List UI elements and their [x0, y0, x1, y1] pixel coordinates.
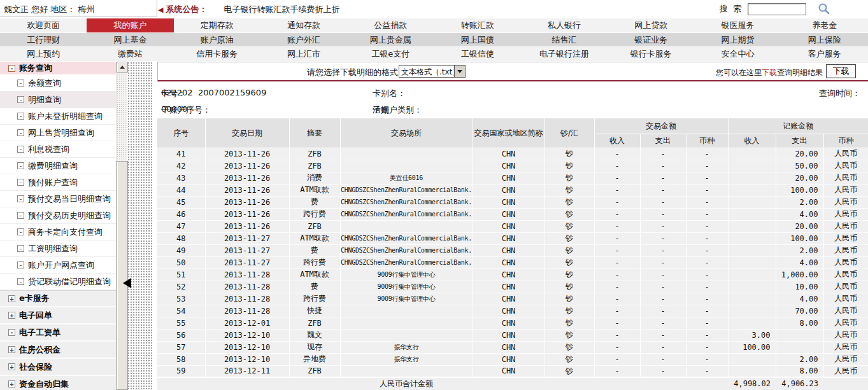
nav-item[interactable]: 养老金	[781, 18, 868, 32]
transaction-cell: 现存	[289, 341, 340, 353]
format-select[interactable]: 文本格式（.txt）	[399, 65, 466, 78]
announcement-text[interactable]: 电子银行转账汇款手续费折上折	[224, 4, 339, 14]
search-icon[interactable]	[818, 3, 830, 15]
nav-item[interactable]: 工银信使	[434, 47, 520, 61]
transaction-row: 442013-11-26ATM取款CHNGDSZCShenZhenRuralCo…	[157, 184, 868, 196]
transaction-cell: -	[594, 341, 640, 353]
expand-icon[interactable]: +	[8, 295, 15, 302]
transaction-cell: 人民币	[823, 365, 868, 377]
nav-item[interactable]: 银医服务	[694, 18, 781, 32]
sidebar-group[interactable]: +社会保险	[0, 359, 116, 376]
download-button[interactable]: 下载	[826, 64, 856, 78]
sidebar-group-label: 资金自动归集	[19, 379, 69, 390]
sidebar-item[interactable]: -账户开户网点查询	[0, 257, 116, 274]
transaction-cell: -	[686, 232, 728, 244]
transaction-cell: 消费	[289, 172, 340, 184]
sidebar-item[interactable]: -缴费明细查询	[0, 158, 116, 174]
nav-item[interactable]: 账户原油	[174, 33, 260, 46]
nav-item[interactable]: 欢迎页面	[0, 18, 87, 32]
transaction-cell: 振华支行	[340, 341, 473, 353]
nav-item[interactable]: 通知存款	[260, 18, 347, 32]
transaction-cell: CHN	[473, 148, 544, 160]
sidebar-item[interactable]: -网上售货明细查询	[0, 125, 116, 141]
transaction-cell: 50.00	[776, 160, 823, 172]
nav-item[interactable]: 银证业务	[608, 33, 694, 46]
sidebar-item[interactable]: -贷记联动借记明细查询	[0, 274, 116, 290]
sidebar-item[interactable]: -利息税查询	[0, 141, 116, 158]
scrollbar-thumb[interactable]	[117, 161, 128, 390]
sidebar-item[interactable]: -工资明细查询	[0, 240, 116, 257]
sidebar-item[interactable]: -预付账户查询	[0, 174, 116, 191]
transaction-cell: -	[686, 293, 728, 305]
transaction-cell: 费	[289, 244, 340, 256]
nav-item[interactable]: 定期存款	[174, 18, 260, 32]
transaction-cell: -	[686, 353, 728, 365]
transaction-cell: CHN	[473, 293, 544, 305]
sidebar-group[interactable]: +住房公积金	[0, 342, 116, 359]
expand-icon[interactable]: +	[8, 380, 15, 387]
sidebar-scrollbar[interactable]	[116, 62, 127, 390]
transaction-cell: 费	[289, 196, 340, 208]
sidebar-group[interactable]: -账务查询	[0, 62, 116, 75]
nav-item[interactable]: 我的账户	[87, 18, 173, 32]
sidebar-item[interactable]: -商务卡定向支付查询	[0, 224, 116, 240]
combo-dropdown-button[interactable]	[454, 66, 465, 77]
nav-item[interactable]: 工行理财	[0, 33, 87, 46]
nav-item[interactable]: 银行卡服务	[608, 47, 694, 61]
transaction-cell: 钞	[544, 244, 594, 256]
transaction-cell: 钞	[544, 208, 594, 220]
search-input[interactable]	[748, 3, 806, 15]
collapse-icon[interactable]: -	[8, 329, 15, 336]
sidebar-item[interactable]: -预付交易历史明细查询	[0, 207, 116, 224]
download-hint: 您可以在这里下载查询明细结果	[716, 67, 823, 78]
scrollbar-up-button[interactable]	[117, 62, 128, 73]
nav-item[interactable]: 网上保险	[781, 33, 868, 46]
nav-item[interactable]: 客户服务	[781, 47, 868, 61]
nav-item[interactable]: 网上贷款	[608, 18, 694, 32]
nav-item[interactable]: 网上贵金属	[347, 33, 434, 46]
transaction-cell: 42	[157, 160, 205, 172]
transaction-cell: CHN	[473, 317, 544, 329]
sidebar-item[interactable]: -余额查询	[0, 75, 116, 92]
sidebar-group[interactable]: +资金自动归集	[0, 376, 116, 390]
sidebar-item-label: 预付账户查询	[28, 177, 78, 188]
sidebar-item[interactable]: -账户未登折明细查询	[0, 108, 116, 125]
total-book-income: 4,998.02	[728, 377, 776, 390]
nav-item[interactable]: 网上期货	[694, 33, 781, 46]
nav-item[interactable]: 网上预约	[0, 47, 87, 61]
nav-item[interactable]: 网上国债	[434, 33, 520, 46]
sidebar-item[interactable]: -预付交易当日明细查询	[0, 191, 116, 207]
sidebar-group[interactable]: -电子工资单	[0, 324, 116, 342]
expand-icon[interactable]: +	[8, 312, 15, 319]
sidebar-item[interactable]: -明细查询	[0, 92, 116, 108]
nav-item[interactable]: 公益捐款	[347, 18, 434, 32]
sidebar-group[interactable]: +e卡服务	[0, 290, 116, 307]
download-hint-link[interactable]: 下载	[762, 68, 777, 77]
transaction-cell: CHN	[473, 220, 544, 232]
transaction-cell: 52	[157, 281, 205, 293]
nav-item[interactable]: 账户外汇	[260, 33, 347, 46]
nav-item[interactable]: 私人银行	[521, 18, 608, 32]
collapse-icon[interactable]: -	[8, 65, 15, 72]
chevron-down-icon	[457, 70, 462, 73]
nav-item[interactable]: 结售汇	[521, 33, 608, 46]
col-header-cash-remit: 钞/汇	[544, 118, 594, 148]
col-header-date: 交易日期	[205, 118, 289, 148]
transaction-cell	[728, 317, 776, 329]
sidebar-group[interactable]: +电子回单	[0, 307, 116, 324]
sidebar-collapse-icon[interactable]	[123, 278, 131, 288]
panel-splitter[interactable]	[127, 62, 153, 390]
nav-item[interactable]: 网上汇市	[260, 47, 347, 61]
nav-item[interactable]: 网上基金	[87, 33, 173, 46]
transaction-cell: 美宜佳6016	[340, 172, 473, 184]
nav-item[interactable]: 工银e支付	[347, 47, 434, 61]
expand-icon[interactable]: +	[8, 346, 15, 353]
expand-icon[interactable]: +	[8, 363, 15, 370]
nav-item[interactable]: 电子银行注册	[521, 47, 608, 61]
nav-item[interactable]: 缴费站	[87, 47, 173, 61]
transaction-cell: ZFB	[289, 148, 340, 160]
nav-item[interactable]: 信用卡服务	[174, 47, 260, 61]
nav-item[interactable]: 转账汇款	[434, 18, 520, 32]
nav-item[interactable]: 安全中心	[694, 47, 781, 61]
transaction-cell: 钞	[544, 293, 594, 305]
